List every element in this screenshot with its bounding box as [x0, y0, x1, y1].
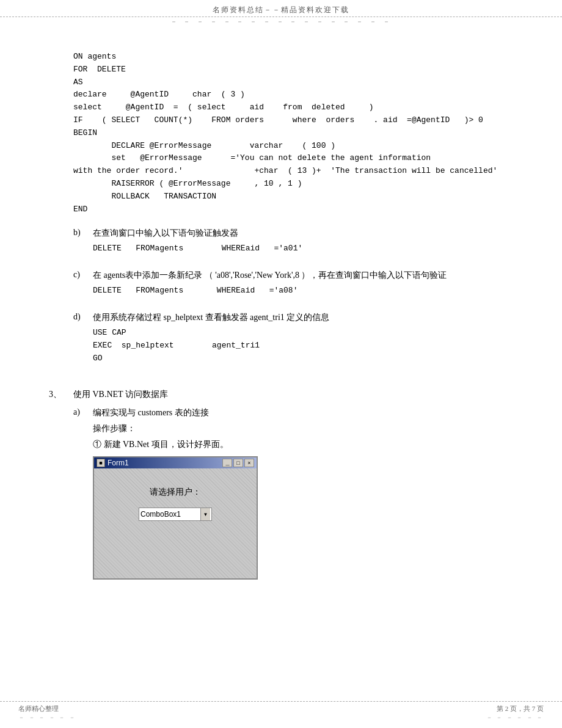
form1-titlebar: ■ Form1 ＿ □ ×	[94, 457, 257, 468]
footer-right-label: 第 2 页，共 7 页	[486, 704, 544, 713]
section-b-label: b)	[73, 228, 86, 261]
section-d-code: USE CAP EXEC sp_helptext agent_tri1 GO	[93, 327, 513, 365]
section-c-code: DELETE FROMagents WHEREaid ='a08'	[93, 285, 513, 297]
section-3a-content: 编程实现与 customers 表的连接 操作步骤： ① 新建 VB.Net 项…	[93, 407, 513, 580]
op-steps-label: 操作步骤：	[93, 423, 513, 434]
section-b: b) 在查询窗口中输入以下语句验证触发器 DELETE FROMagents W…	[73, 228, 513, 261]
section-d-description: 使用系统存储过程 sp_helptext 查看触发器 agent_tri1 定义…	[93, 312, 513, 323]
section-c-description: 在 agents表中添加一条新纪录 （ 'a08','Rose','New Yo…	[93, 270, 513, 281]
form1-minimize-button[interactable]: ＿	[222, 459, 232, 467]
form1-icon: ■	[97, 459, 105, 467]
section-d-label: d)	[73, 312, 86, 371]
section-d-content: 使用系统存储过程 sp_helptext 查看触发器 agent_tri1 定义…	[93, 312, 513, 371]
footer-left-label: 名师精心整理	[18, 704, 76, 713]
form1-body: 请选择用户： ComboBox1 ▼	[94, 468, 257, 578]
section-3a-description: 编程实现与 customers 表的连接	[93, 407, 513, 418]
section-b-description: 在查询窗口中输入以下语句验证触发器	[93, 228, 513, 239]
footer-left-dashes: － － － － － －	[18, 713, 76, 722]
step-1: ① 新建 VB.Net 项目，设计好界面。	[93, 439, 513, 450]
section-3a: a) 编程实现与 customers 表的连接 操作步骤： ① 新建 VB.Ne…	[73, 407, 513, 580]
form1-combobox[interactable]: ComboBox1 ▼	[139, 508, 212, 521]
section-d: d) 使用系统存储过程 sp_helptext 查看触发器 agent_tri1…	[73, 312, 513, 371]
header-title: 名师资料总结－－精品资料欢迎下载	[0, 0, 562, 17]
form1-combo-arrow[interactable]: ▼	[200, 508, 210, 520]
step-1-text: ① 新建 VB.Net 项目，设计好界面。	[93, 439, 228, 450]
section-3: 3、 使用 VB.NET 访问数据库 a) 编程实现与 customers 表的…	[49, 389, 513, 588]
code-block-main: ON agents FOR DELETE AS declare @AgentID…	[73, 51, 513, 216]
footer-left: 名师精心整理 － － － － － －	[18, 704, 76, 722]
form1-close-button[interactable]: ×	[244, 459, 254, 467]
form1-maximize-button[interactable]: □	[233, 459, 243, 467]
section-c: c) 在 agents表中添加一条新纪录 （ 'a08','Rose','New…	[73, 270, 513, 304]
section-3-content: 使用 VB.NET 访问数据库 a) 编程实现与 customers 表的连接 …	[73, 389, 513, 588]
form1-window: ■ Form1 ＿ □ × 请选择用户：	[93, 456, 258, 580]
form1-user-label: 请选择用户：	[150, 487, 201, 498]
page-footer: 名师精心整理 － － － － － － 第 2 页，共 7 页 － － － － －…	[0, 701, 562, 722]
section-c-label: c)	[73, 270, 86, 304]
form1-combo-text: ComboBox1	[140, 510, 200, 519]
page-header: 名师资料总结－－精品资料欢迎下载 － － － － － － － － － － － －…	[0, 0, 562, 29]
code-section-top: ON agents FOR DELETE AS declare @AgentID…	[73, 51, 513, 216]
footer-right-dashes: － － － － － －	[486, 713, 544, 722]
section-3-number: 3、	[49, 389, 67, 588]
section-3a-label: a)	[73, 407, 86, 580]
section-b-content: 在查询窗口中输入以下语句验证触发器 DELETE FROMagents WHER…	[93, 228, 513, 261]
section-c-content: 在 agents表中添加一条新纪录 （ 'a08','Rose','New Yo…	[93, 270, 513, 304]
form1-titlebar-buttons: ＿ □ ×	[222, 459, 254, 467]
form1-container: ■ Form1 ＿ □ × 请选择用户：	[93, 456, 513, 580]
form1-title: Form1	[108, 459, 129, 467]
header-subtitle: － － － － － － － － － － － － － － － － －	[0, 17, 562, 29]
section-3-title: 使用 VB.NET 访问数据库	[73, 389, 513, 400]
footer-right: 第 2 页，共 7 页 － － － － － －	[486, 704, 544, 722]
section-b-code: DELETE FROMagents WHEREaid ='a01'	[93, 242, 513, 255]
